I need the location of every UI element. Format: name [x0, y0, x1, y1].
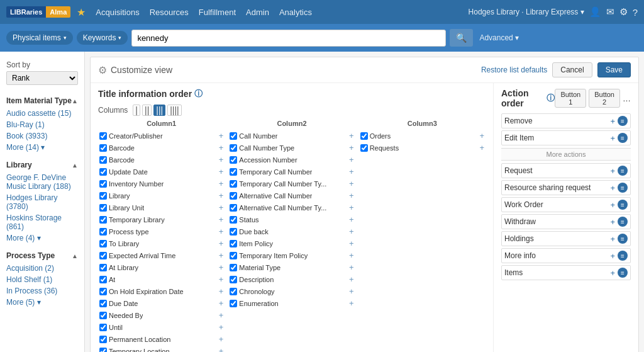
add-more-info-icon[interactable]: + — [610, 251, 615, 261]
physical-items-filter[interactable]: Physical items ▾ — [6, 31, 73, 45]
barcode1-checkbox[interactable] — [99, 144, 107, 152]
nav-admin[interactable]: Admin — [246, 8, 269, 17]
drag-handle-remove[interactable]: ≡ — [618, 116, 628, 126]
sidebar-item-blu-ray[interactable]: Blu-Ray (1) — [0, 119, 84, 130]
to-library-checkbox[interactable] — [99, 240, 107, 247]
temp-call-number-checkbox[interactable] — [230, 168, 237, 176]
nav-acquisitions[interactable]: Acquisitions — [96, 8, 139, 17]
add-icon[interactable]: + — [219, 203, 224, 212]
sidebar-item-devinemusic[interactable]: George F. DeVine Music Library (188) — [0, 172, 84, 192]
add-icon[interactable]: + — [479, 143, 484, 152]
drag-handle-withdraw[interactable]: ≡ — [618, 217, 628, 227]
temp-location-checkbox[interactable] — [99, 348, 107, 353]
expected-arrival-checkbox[interactable] — [99, 252, 107, 259]
add-icon[interactable]: + — [219, 263, 224, 272]
add-icon[interactable]: + — [349, 215, 354, 224]
until-checkbox[interactable] — [99, 324, 107, 331]
keywords-filter[interactable]: Keywords ▾ — [77, 31, 128, 45]
temp-item-policy-checkbox[interactable] — [230, 252, 237, 259]
item-policy-checkbox[interactable] — [230, 240, 237, 247]
process-type-checkbox[interactable] — [99, 228, 107, 236]
col-3-icon[interactable]: ||| — [153, 105, 165, 116]
due-date-checkbox[interactable] — [99, 300, 107, 307]
action-info-icon[interactable]: ⓘ — [547, 93, 555, 104]
add-icon[interactable]: + — [349, 298, 354, 308]
add-icon[interactable]: + — [219, 227, 224, 236]
inventory-number-checkbox[interactable] — [99, 180, 107, 188]
enumeration-checkbox[interactable] — [230, 300, 237, 307]
add-remove-icon[interactable]: + — [610, 116, 615, 126]
action-button1[interactable]: Button 1 — [555, 89, 586, 108]
sidebar-section-material-type-header[interactable]: Item Material Type ▲ — [0, 94, 84, 108]
search-input[interactable] — [131, 30, 446, 47]
requests-checkbox[interactable] — [360, 144, 368, 152]
description-checkbox[interactable] — [230, 276, 237, 283]
sidebar-item-acquisition[interactable]: Acquisition (2) — [0, 263, 84, 274]
add-edit-icon[interactable]: + — [610, 133, 615, 143]
add-icon[interactable]: + — [219, 155, 224, 164]
col-4-icon[interactable]: |||| — [167, 105, 182, 116]
sidebar-item-audio-cassette[interactable]: Audio cassette (15) — [0, 108, 84, 119]
sidebar-item-hoskins[interactable]: Hoskins Storage (861) — [0, 212, 84, 232]
on-hold-expiration-checkbox[interactable] — [99, 288, 107, 295]
call-number-checkbox[interactable] — [230, 132, 237, 140]
update-date-checkbox[interactable] — [99, 168, 107, 176]
material-type-checkbox[interactable] — [230, 264, 237, 271]
add-icon[interactable]: + — [219, 346, 224, 352]
search-button[interactable]: 🔍 — [450, 29, 473, 47]
chronology-checkbox[interactable] — [230, 288, 237, 295]
nav-fulfillment[interactable]: Fulfillment — [199, 8, 236, 17]
due-back-checkbox[interactable] — [230, 228, 237, 236]
alt-call-number-checkbox[interactable] — [230, 192, 237, 200]
barcode2-checkbox[interactable] — [99, 156, 107, 164]
add-icon[interactable]: + — [349, 239, 354, 248]
drag-handle-resource-sharing[interactable]: ≡ — [618, 183, 628, 193]
add-withdraw-icon[interactable]: + — [610, 217, 615, 227]
at-checkbox[interactable] — [99, 276, 107, 283]
add-icon[interactable]: + — [349, 251, 354, 260]
sidebar-more-material-type[interactable]: More (14) ▾ — [0, 142, 84, 153]
creator-publisher-checkbox[interactable] — [99, 132, 107, 140]
temp-call-number-ty-checkbox[interactable] — [230, 180, 237, 188]
restore-defaults-button[interactable]: Restore list defaults — [481, 65, 547, 74]
sidebar-item-in-process[interactable]: In Process (36) — [0, 285, 84, 297]
add-icon[interactable]: + — [349, 203, 354, 212]
add-icon[interactable]: + — [349, 287, 354, 296]
at-library-checkbox[interactable] — [99, 264, 107, 271]
settings-icon[interactable]: ⚙ — [619, 6, 628, 18]
call-number-type-checkbox[interactable] — [230, 144, 237, 152]
add-icon[interactable]: + — [349, 275, 354, 284]
alt-call-number-ty-checkbox[interactable] — [230, 204, 237, 212]
help-icon[interactable]: ? — [633, 7, 638, 18]
status-checkbox[interactable] — [230, 216, 237, 224]
add-icon[interactable]: + — [219, 167, 224, 176]
library-unit-checkbox[interactable] — [99, 204, 107, 212]
add-icon[interactable]: + — [349, 227, 354, 236]
needed-by-checkbox[interactable] — [99, 312, 107, 319]
add-items-icon[interactable]: + — [610, 268, 615, 278]
add-icon[interactable]: + — [349, 167, 354, 176]
user-info[interactable]: Hodges Library · Library Express ▾ — [469, 8, 584, 16]
accession-number-checkbox[interactable] — [230, 156, 237, 164]
col-2-icon[interactable]: || — [142, 105, 152, 116]
add-icon[interactable]: + — [219, 251, 224, 260]
add-request-icon[interactable]: + — [610, 166, 615, 176]
add-icon[interactable]: + — [479, 131, 484, 140]
add-icon[interactable]: + — [349, 191, 354, 200]
action-button2[interactable]: Button 2 — [589, 89, 620, 108]
add-icon[interactable]: + — [349, 263, 354, 272]
add-icon[interactable]: + — [219, 239, 224, 248]
add-icon[interactable]: + — [219, 191, 224, 200]
add-holdings-icon[interactable]: + — [610, 234, 615, 244]
add-icon[interactable]: + — [219, 287, 224, 296]
drag-handle-work-order[interactable]: ≡ — [618, 200, 628, 210]
add-icon[interactable]: + — [219, 298, 224, 308]
add-icon[interactable]: + — [219, 215, 224, 224]
advanced-search-button[interactable]: Advanced ▾ — [479, 33, 519, 42]
orders-checkbox[interactable] — [360, 132, 368, 140]
drag-handle-items[interactable]: ≡ — [618, 268, 628, 278]
add-icon[interactable]: + — [349, 155, 354, 164]
add-icon[interactable]: + — [219, 275, 224, 284]
permanent-location-checkbox[interactable] — [99, 336, 107, 343]
add-icon[interactable]: + — [349, 131, 354, 140]
